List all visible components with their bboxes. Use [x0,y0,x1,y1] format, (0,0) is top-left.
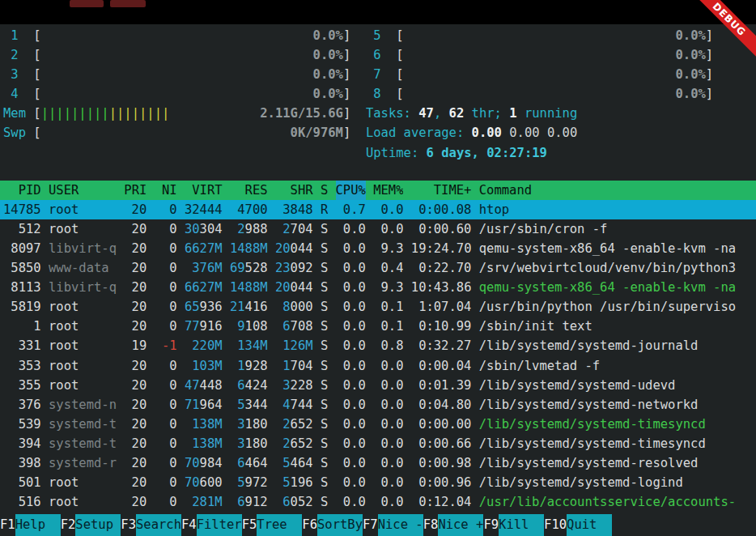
memory-value-kb: 652 [291,417,313,432]
pid-cell: 1 [3,317,41,336]
virt-cell: 6627M [185,239,223,258]
time-cell: 0:01.39 [411,376,472,395]
column-header-mem[interactable]: MEM% [373,181,403,200]
cpu-percent-cell: 0.0 [336,356,366,376]
meter-label: 1 [3,28,19,43]
cpu-percent-cell: 0.0 [336,434,366,453]
process-row[interactable]: 331root19-1220M134M126MS0.00.80:32.27/li… [0,336,756,355]
process-row[interactable]: 501root2007060059725196S0.00.00:00.96/li… [0,473,756,492]
process-row-selected[interactable]: 14785root2003244447003848R0.70.00:00.08h… [0,200,756,219]
memory-value-kb: 228 [291,378,313,393]
process-row[interactable]: 8097libvirt-q2006627M1488M20044S0.09.319… [0,239,756,258]
column-header-time[interactable]: TIME+ [411,181,472,200]
user-cell: root [49,317,117,336]
res-cell: 3180 [230,434,268,453]
fnkey-key: F9 [483,514,499,536]
memory-value-mb: 21 [230,300,245,314]
memory-value-mb: 1 [282,359,290,373]
column-header-user[interactable]: USER [49,181,117,200]
column-header-ni[interactable]: NI [155,181,177,200]
cpu-percent-cell: 0.0 [336,258,366,278]
column-header-command[interactable]: Command [479,181,756,200]
cpu-meter-7: 7[0.0%] [366,65,713,84]
shr-cell: 1704 [275,356,313,376]
memory-value-mb: 20 [275,280,291,295]
process-row[interactable]: 5819root20065936214168000S0.00.11:07.04/… [0,297,756,317]
fnkey-f9-kill[interactable]: F9Kill [483,514,544,536]
meter-bracket: [ [33,28,40,43]
meter-value: 2.11G/15.6G [260,104,343,123]
meter-label: 3 [3,67,19,82]
fnkey-f1-help[interactable]: F1Help [0,514,61,536]
process-row[interactable]: 5850www-data200376M6952823092S0.00.40:22… [0,258,756,278]
time-cell: 0:00.08 [411,200,472,219]
meter-label: 7 [366,67,381,82]
column-header-pid[interactable]: PID [3,181,41,200]
command-cell: /lib/systemd/systemd-timesyncd [479,434,756,453]
memory-value-kb: 180 [245,417,268,432]
time-cell: 0:10.99 [411,317,472,336]
meter-bracket: ] [343,87,350,101]
column-header-s[interactable]: S [321,181,328,200]
shr-cell: 3228 [275,376,313,395]
meter-bar-yellow: |||||||| [109,106,170,121]
memory-value-mb: 77 [185,319,200,334]
column-header-pri[interactable]: PRI [124,181,147,200]
process-row[interactable]: 355root2004744864243228S0.00.00:01.39/li… [0,376,756,395]
load-average-line: Load average: 0.00 0.00 0.00 [366,123,713,143]
meters-left-column: 1[0.0%] 2[0.0%] 3[0.0%] 4[0.0%]Mem[|||||… [3,26,350,163]
fnkey-f8-nice-[interactable]: F8Nice + [423,514,484,536]
fnkey-f4-filter[interactable]: F4Filter [181,514,242,536]
user-cell: root [49,492,117,512]
fnkey-f2-setup[interactable]: F2Setup [61,514,121,536]
fnkey-f5-tree[interactable]: F5Tree [242,514,303,536]
mem-percent-cell: 0.0 [373,200,403,219]
state-cell: S [321,453,328,473]
priority-cell: 20 [124,258,147,278]
tasks-line: Tasks: 47, 62 thr; 1 running [366,104,713,123]
mem-percent-cell: 0.0 [373,473,403,492]
text-segment: , [434,106,449,121]
user-cell: systemd-r [49,453,117,473]
process-row[interactable]: 539systemd-t200138M31802652S0.00.00:00.0… [0,415,756,434]
process-row[interactable]: 1root2007791691086708S0.00.10:10.99/sbin… [0,317,756,336]
memory-value-kb: 108 [245,319,268,334]
memory-value-kb: 464 [291,456,313,470]
column-header-virt[interactable]: VIRT [185,181,223,200]
user-cell: root [49,336,117,355]
process-row[interactable]: 512root2003030429882704S0.00.00:00.60/us… [0,219,756,239]
fnkey-f3-search[interactable]: F3Search [121,514,181,536]
memory-value-kb: 988 [245,222,268,236]
process-row[interactable]: 353root200103M19281704S0.00.00:00.04/sbi… [0,356,756,376]
mem-percent-cell: 0.1 [373,317,403,336]
cpu-percent-cell: 0.0 [336,376,366,395]
process-row[interactable]: 394systemd-t200138M31802652S0.00.00:00.6… [0,434,756,453]
shr-cell: 8000 [275,297,313,317]
memory-value: 138M [192,417,222,432]
time-cell: 0:00.60 [411,219,472,239]
memory-value-mb: 8 [282,300,290,314]
priority-cell: 20 [124,200,147,219]
cpu-percent-cell: 0.0 [336,492,366,512]
fnkey-action-label: Quit [567,514,612,536]
shr-cell: 3848 [275,200,313,219]
memory-value-mb: 71 [185,398,200,412]
process-row[interactable]: 398systemd-r2007098464645464S0.00.00:00.… [0,453,756,473]
window-titlebar [0,0,756,24]
process-row[interactable]: 516root200281M69126052S0.00.00:12.04/usr… [0,492,756,512]
fnkey-f10-quit[interactable]: F10Quit [544,514,612,536]
process-row[interactable]: 376systemd-n2007196453444744S0.00.00:04.… [0,395,756,415]
text-segment: 0.00 [472,125,510,140]
process-row[interactable]: 8113libvirt-q2006627M1488M20044S0.09.310… [0,278,756,297]
column-header-res[interactable]: RES [230,181,268,200]
fnkey-f7-nice-[interactable]: F7Nice - [363,514,423,536]
process-table-header: PIDUSERPRINIVIRTRESSHRSCPU%MEM%TIME+Comm… [0,181,756,200]
column-header-shr[interactable]: SHR [275,181,313,200]
fnkey-f6-sortby[interactable]: F6SortBy [302,514,363,536]
column-header-cpu[interactable]: CPU% [336,181,366,200]
user-cell: systemd-t [49,434,117,453]
command-cell: qemu-system-x86_64 -enable-kvm -na [479,278,756,297]
meter-label: 4 [3,87,19,101]
memory-value-kb: 916 [200,319,223,334]
cpu-percent-cell: 0.0 [336,219,366,239]
